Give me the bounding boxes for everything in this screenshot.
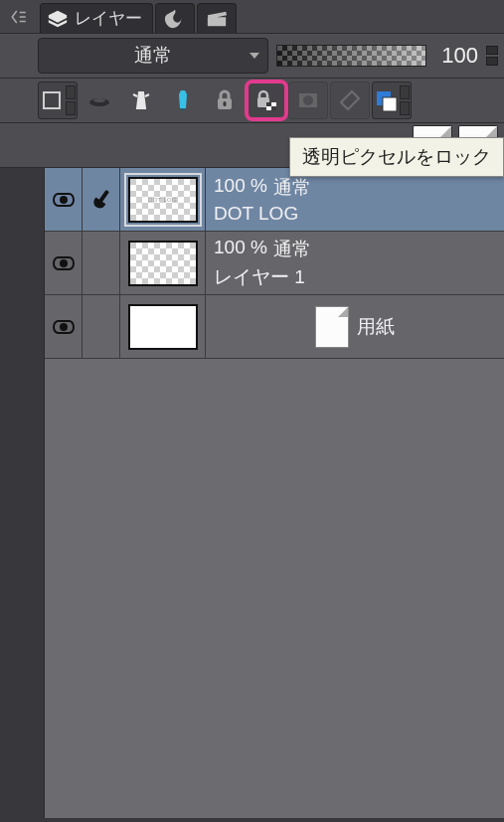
square-icon [40,88,64,112]
layer-info[interactable]: 用紙 [206,295,504,358]
layer-thumb-cell[interactable] [120,295,206,358]
layer-edit-indicator[interactable] [83,232,120,294]
layer-visibility-toggle[interactable] [45,232,83,294]
layer-opacity: 100 % [214,175,267,201]
tooltip-text: 透明ピクセルをロック [302,146,491,167]
layer-edit-indicator[interactable] [83,295,120,358]
blend-opacity-row: 通常 100 [0,34,504,79]
svg-rect-4 [224,101,227,106]
opacity-slider[interactable] [276,45,426,67]
panel-tab-strip: レイヤー [0,0,504,34]
lighthouse-icon [129,88,153,112]
svg-rect-0 [44,92,60,108]
layer-row[interactable]: DOT LOG 100 % 通常 DOT LOG [45,168,504,232]
flame-icon [164,8,186,30]
eye-icon [53,320,75,334]
eye-icon [53,193,75,207]
palette-color-button[interactable] [38,82,78,119]
layer-list-empty-area[interactable] [45,359,504,818]
opacity-value: 100 [434,43,478,69]
layers-icon [47,8,69,30]
layer-blend: 通常 [273,175,311,201]
brush-icon [85,184,116,215]
svg-rect-8 [271,106,276,110]
paper-icon [315,306,349,348]
layer-list: DOT LOG 100 % 通常 DOT LOG 100 % 通常 レイヤー 1 [44,168,504,818]
layer-info[interactable]: 100 % 通常 DOT LOG [206,168,504,231]
layer-visibility-toggle[interactable] [45,295,83,358]
layer-visibility-toggle[interactable] [45,168,83,231]
draft-layer-button[interactable] [163,82,203,119]
lock-layer-button[interactable] [205,82,245,119]
svg-point-2 [93,98,105,102]
svg-rect-12 [383,97,397,111]
layer-thumb-text: DOT LOG [148,197,177,203]
mask-icon [296,88,320,112]
layer-row[interactable]: 100 % 通常 レイヤー 1 [45,232,504,295]
layer-name: 用紙 [357,314,395,340]
layer-thumbnail: DOT LOG [128,177,198,223]
layer-thumb-cell[interactable]: DOT LOG [120,168,206,231]
reference-layer-button[interactable] [121,82,161,119]
lock-checker-icon [254,88,278,112]
layer-thumb-cell[interactable] [120,232,206,294]
lock-icon [213,88,237,112]
lock-row [0,79,504,123]
blend-mode-value: 通常 [134,43,172,69]
color-swatch-icon [374,88,398,112]
tab-autoaction[interactable] [155,3,195,33]
enable-mask-button[interactable] [288,82,328,119]
layer-color-button[interactable] [372,82,412,119]
clip-mask-button[interactable] [80,82,119,119]
tab-layers[interactable]: レイヤー [40,3,153,33]
layer-info[interactable]: 100 % 通常 レイヤー 1 [206,232,504,294]
panel-collapse-handle[interactable] [6,6,32,28]
layer-thumbnail [128,304,198,350]
lock-transparent-pixels-button[interactable] [247,82,286,119]
layer-opacity: 100 % [214,237,267,262]
ruler-icon [338,88,362,112]
tooltip-lock-transparent: 透明ピクセルをロック [289,137,504,177]
layer-thumbnail [128,241,198,286]
set-ruler-button[interactable] [330,82,370,119]
eye-icon [53,256,75,270]
pencil-icon [171,88,195,112]
svg-point-10 [303,95,313,105]
layer-name: レイヤー 1 [214,264,496,290]
layer-blend: 通常 [273,237,311,262]
opacity-spinner[interactable] [486,46,498,66]
blend-mode-dropdown[interactable]: 通常 [38,38,268,74]
torus-icon [87,88,111,112]
tab-layers-label: レイヤー [75,7,142,30]
clapper-icon [206,8,228,30]
svg-rect-7 [266,102,271,106]
layer-name: DOT LOG [214,203,496,225]
tab-animation[interactable] [197,3,237,33]
layer-edit-indicator[interactable] [83,168,120,231]
layer-row[interactable]: 用紙 [45,295,504,359]
